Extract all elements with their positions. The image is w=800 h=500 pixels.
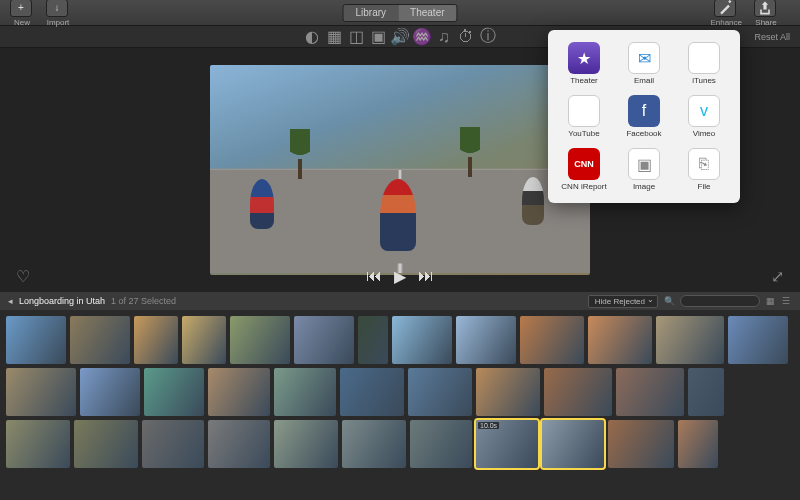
- facebook-icon: f: [628, 95, 660, 127]
- theater-icon: ★: [568, 42, 600, 74]
- share-label: Share: [755, 18, 776, 27]
- clip-thumbnail[interactable]: [208, 420, 270, 468]
- share-cnn[interactable]: CNNCNN iReport: [556, 146, 612, 193]
- clip-thumbnail[interactable]: [678, 420, 718, 468]
- youtube-icon: ▶: [568, 95, 600, 127]
- share-button[interactable]: [754, 0, 776, 17]
- clip-thumbnail[interactable]: [342, 420, 406, 468]
- clip-thumbnail[interactable]: [274, 368, 336, 416]
- new-button[interactable]: +: [10, 0, 32, 17]
- reset-all-button[interactable]: Reset All: [754, 32, 790, 42]
- transport-controls: ⏮ ▶ ⏭: [366, 267, 434, 286]
- share-email[interactable]: ✉Email: [616, 40, 672, 87]
- share-vimeo-label: Vimeo: [693, 129, 716, 138]
- share-itunes-label: iTunes: [692, 76, 716, 85]
- clip-thumbnail[interactable]: [588, 316, 652, 364]
- clip-thumbnail[interactable]: [6, 316, 66, 364]
- share-email-label: Email: [634, 76, 654, 85]
- prev-button[interactable]: ⏮: [366, 267, 382, 286]
- clip-thumbnail[interactable]: [408, 368, 472, 416]
- preview-frame: [210, 65, 590, 275]
- share-theater-label: Theater: [570, 76, 598, 85]
- project-title: Longboarding in Utah: [19, 296, 105, 306]
- new-group: + New: [10, 0, 34, 27]
- info-icon[interactable]: ⓘ: [482, 31, 494, 43]
- clip-thumbnail[interactable]: [6, 368, 76, 416]
- clip-thumbnail[interactable]: [70, 316, 130, 364]
- clip-thumbnail[interactable]: [476, 368, 540, 416]
- theater-tab[interactable]: Theater: [398, 5, 456, 21]
- selection-count: 1 of 27 Selected: [111, 296, 176, 306]
- enhance-button[interactable]: [714, 0, 736, 17]
- share-file[interactable]: ⎘File: [676, 146, 732, 193]
- new-label: New: [14, 18, 30, 27]
- share-cnn-label: CNN iReport: [561, 182, 606, 191]
- share-youtube-label: YouTube: [568, 129, 599, 138]
- favorite-icon[interactable]: ♡: [16, 267, 30, 286]
- next-button[interactable]: ⏭: [418, 267, 434, 286]
- clip-thumbnail[interactable]: [142, 420, 204, 468]
- clip-thumbnail[interactable]: [544, 368, 612, 416]
- share-facebook-label: Facebook: [626, 129, 661, 138]
- clip-thumbnail[interactable]: [688, 368, 724, 416]
- itunes-icon: ♫: [688, 42, 720, 74]
- share-file-label: File: [698, 182, 711, 191]
- share-theater[interactable]: ★Theater: [556, 40, 612, 87]
- browser-header: ◂ Longboarding in Utah 1 of 27 Selected …: [0, 292, 800, 310]
- clip-thumbnail[interactable]: [728, 316, 788, 364]
- file-icon: ⎘: [688, 148, 720, 180]
- search-input[interactable]: [680, 295, 760, 307]
- share-image[interactable]: ▣Image: [616, 146, 672, 193]
- color-correct-icon[interactable]: ▦: [328, 31, 340, 43]
- clip-thumbnail[interactable]: [340, 368, 404, 416]
- clip-thumbnail[interactable]: [182, 316, 226, 364]
- clip-browser: 10.0s: [0, 310, 800, 500]
- clip-thumbnail[interactable]: [294, 316, 354, 364]
- share-popover: ★Theater✉Email♫iTunes▶YouTubefFacebookvV…: [548, 30, 740, 203]
- search-icon[interactable]: 🔍: [664, 296, 674, 306]
- noise-icon[interactable]: ♒: [416, 31, 428, 43]
- clip-thumbnail[interactable]: [134, 316, 178, 364]
- image-icon: ▣: [628, 148, 660, 180]
- main-toolbar: + New ↓ Import Library Theater Enhance S…: [0, 0, 800, 26]
- email-icon: ✉: [628, 42, 660, 74]
- clip-thumbnail[interactable]: [392, 316, 452, 364]
- speed-icon[interactable]: ⏱: [460, 31, 472, 43]
- library-tab[interactable]: Library: [343, 5, 398, 21]
- browser-back-icon[interactable]: ◂: [8, 296, 13, 306]
- fullscreen-icon[interactable]: ⤢: [771, 267, 784, 286]
- clip-thumbnail[interactable]: [542, 420, 604, 468]
- clip-thumbnail[interactable]: [208, 368, 270, 416]
- clip-duration: 10.0s: [478, 422, 499, 429]
- share-image-label: Image: [633, 182, 655, 191]
- stabilize-icon[interactable]: ▣: [372, 31, 384, 43]
- share-itunes[interactable]: ♫iTunes: [676, 40, 732, 87]
- clip-thumbnail[interactable]: [520, 316, 584, 364]
- crop-icon[interactable]: ◫: [350, 31, 362, 43]
- clip-thumbnail[interactable]: [410, 420, 472, 468]
- share-facebook[interactable]: fFacebook: [616, 93, 672, 140]
- filter-dropdown[interactable]: Hide Rejected: [588, 295, 658, 308]
- play-button[interactable]: ▶: [394, 267, 406, 286]
- clip-thumbnail[interactable]: [616, 368, 684, 416]
- share-youtube[interactable]: ▶YouTube: [556, 93, 612, 140]
- list-view-icon[interactable]: ☰: [782, 296, 792, 306]
- grid-view-icon[interactable]: ▦: [766, 296, 776, 306]
- clip-thumbnail[interactable]: [456, 316, 516, 364]
- share-group: Share: [754, 0, 778, 27]
- clip-thumbnail[interactable]: [80, 368, 140, 416]
- color-balance-icon[interactable]: ◐: [306, 31, 318, 43]
- clip-thumbnail[interactable]: 10.0s: [476, 420, 538, 468]
- volume-icon[interactable]: 🔊: [394, 31, 406, 43]
- share-vimeo[interactable]: vVimeo: [676, 93, 732, 140]
- clip-thumbnail[interactable]: [358, 316, 388, 364]
- clip-thumbnail[interactable]: [274, 420, 338, 468]
- clip-thumbnail[interactable]: [6, 420, 70, 468]
- clip-thumbnail[interactable]: [230, 316, 290, 364]
- import-button[interactable]: ↓: [46, 0, 68, 17]
- clip-thumbnail[interactable]: [144, 368, 204, 416]
- equalizer-icon[interactable]: ♫: [438, 31, 450, 43]
- clip-thumbnail[interactable]: [656, 316, 724, 364]
- clip-thumbnail[interactable]: [608, 420, 674, 468]
- clip-thumbnail[interactable]: [74, 420, 138, 468]
